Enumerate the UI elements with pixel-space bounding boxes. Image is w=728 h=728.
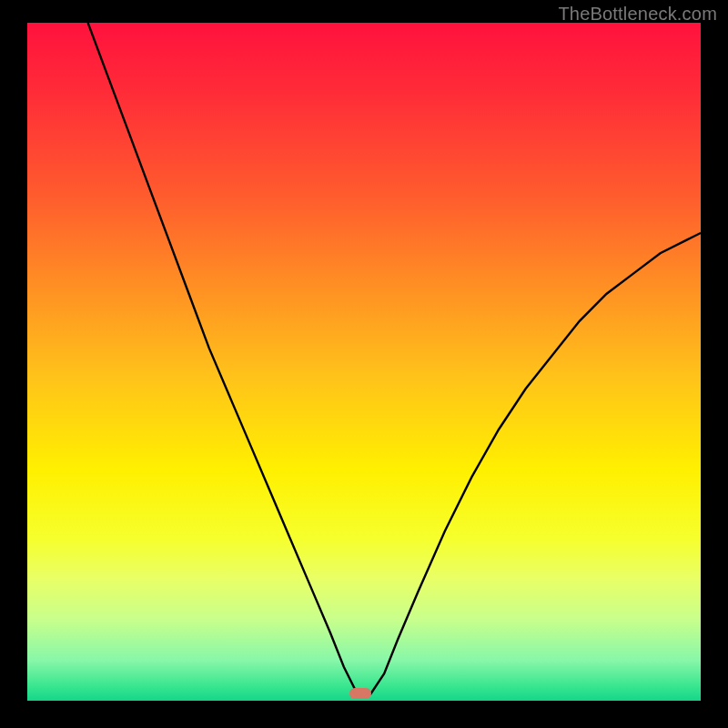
watermark-text: TheBottleneck.com bbox=[558, 4, 717, 25]
bottleneck-curve bbox=[27, 23, 701, 701]
chart-frame: TheBottleneck.com bbox=[0, 0, 728, 728]
plot-area bbox=[27, 23, 701, 701]
optimum-marker bbox=[349, 688, 371, 699]
